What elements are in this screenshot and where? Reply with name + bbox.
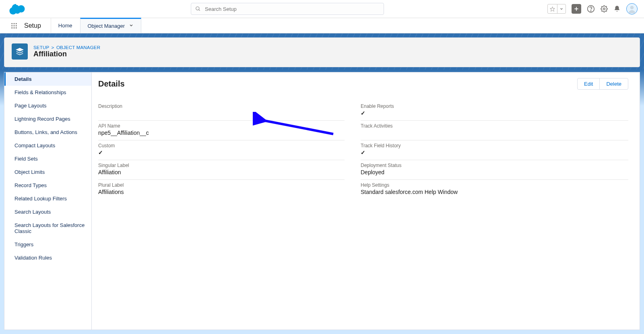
- sidebar-item-buttons-links[interactable]: Buttons, Links, and Actions: [4, 126, 91, 139]
- sidebar-item-details[interactable]: Details: [4, 72, 91, 86]
- avatar-icon: [627, 4, 637, 14]
- field-value: Affiliation: [98, 169, 345, 176]
- bell-icon: [613, 5, 621, 12]
- svg-point-18: [16, 27, 17, 28]
- object-icon: [12, 43, 28, 60]
- field-label: Description: [98, 103, 345, 109]
- salesforce-logo-icon: [8, 2, 27, 15]
- sidebar-item-validation-rules[interactable]: Validation Rules: [4, 251, 91, 264]
- header-utilities: [547, 3, 638, 14]
- sidebar-item-field-sets[interactable]: Field Sets: [4, 152, 91, 165]
- field-label: API Name: [98, 123, 345, 129]
- search-icon: [195, 6, 201, 12]
- gear-icon: [601, 5, 608, 12]
- field-singular-label: Singular Label Affiliation: [98, 160, 345, 179]
- sidebar-item-page-layouts[interactable]: Page Layouts: [4, 99, 91, 112]
- tab-label: Object Manager: [88, 23, 125, 29]
- page-header: SETUP > OBJECT MANAGER Affiliation: [4, 37, 640, 67]
- detail-panel: Details Edit Delete Description API Name…: [91, 72, 640, 330]
- avatar[interactable]: [626, 3, 638, 14]
- field-value: [98, 110, 345, 117]
- action-buttons: Edit Delete: [577, 78, 628, 90]
- field-label: Enable Reports: [361, 103, 628, 109]
- field-value: ✓: [98, 149, 345, 157]
- field-value: Standard salesforce.com Help Window: [361, 189, 628, 196]
- field-value: Deployed: [361, 169, 628, 176]
- sidebar-item-triggers[interactable]: Triggers: [4, 238, 91, 251]
- context-bar: Setup Home Object Manager: [0, 18, 644, 33]
- detail-right-column: Enable Reports ✓ Track Activities Track …: [361, 101, 628, 199]
- sidebar-item-compact-layouts[interactable]: Compact Layouts: [4, 139, 91, 152]
- field-custom: Custom ✓: [98, 140, 345, 160]
- chevron-down-icon: [129, 23, 134, 29]
- field-description: Description: [98, 101, 345, 120]
- svg-line-1: [199, 10, 200, 11]
- field-label: Plural Label: [98, 182, 345, 188]
- breadcrumb-setup[interactable]: SETUP: [33, 45, 49, 50]
- field-label: Custom: [98, 143, 345, 148]
- breadcrumb-separator: >: [51, 45, 55, 50]
- field-track-field-history: Track Field History ✓: [361, 140, 628, 160]
- svg-point-13: [11, 25, 12, 26]
- svg-point-7: [603, 8, 605, 10]
- chevron-down-icon: [557, 4, 566, 13]
- svg-point-14: [14, 25, 15, 26]
- plus-icon: [574, 6, 579, 12]
- favorites-button[interactable]: [547, 4, 566, 14]
- field-label: Singular Label: [98, 163, 345, 168]
- svg-point-16: [11, 27, 12, 28]
- tab-object-manager[interactable]: Object Manager: [80, 18, 142, 33]
- sidebar-item-object-limits[interactable]: Object Limits: [4, 165, 91, 179]
- waffle-icon: [10, 22, 18, 29]
- svg-point-12: [16, 23, 17, 24]
- global-actions-button[interactable]: [572, 4, 581, 14]
- breadcrumb: SETUP > OBJECT MANAGER: [33, 45, 100, 50]
- detail-left-column: Description API Name npe5__Affiliation__…: [98, 101, 345, 199]
- search-input[interactable]: [191, 3, 384, 15]
- field-help-settings: Help Settings Standard salesforce.com He…: [361, 179, 628, 199]
- edit-button[interactable]: Edit: [577, 78, 600, 90]
- field-label: Track Field History: [361, 143, 628, 148]
- help-button[interactable]: [587, 5, 595, 13]
- delete-button[interactable]: Delete: [599, 78, 628, 90]
- field-value: ✓: [361, 110, 628, 117]
- sidebar-item-lookup-filters[interactable]: Related Lookup Filters: [4, 192, 91, 205]
- layers-icon: [15, 47, 24, 56]
- field-value: Affiliations: [98, 189, 345, 196]
- field-value: [361, 130, 628, 137]
- page-title: Affiliation: [33, 50, 100, 58]
- field-label: Deployment Status: [361, 163, 628, 168]
- field-value: ✓: [361, 149, 628, 157]
- svg-marker-2: [550, 7, 555, 11]
- search-input-field[interactable]: [205, 6, 380, 12]
- sidebar-item-lightning-pages[interactable]: Lightning Record Pages: [4, 112, 91, 126]
- tab-home[interactable]: Home: [51, 18, 80, 33]
- help-icon: [587, 5, 595, 13]
- sidebar-item-search-layouts-classic[interactable]: Search Layouts for Salesforce Classic: [4, 219, 91, 238]
- field-enable-reports: Enable Reports ✓: [361, 101, 628, 120]
- body: Details Fields & Relationships Page Layo…: [0, 70, 644, 334]
- svg-point-6: [590, 10, 591, 11]
- app-launcher-button[interactable]: [6, 18, 22, 33]
- field-label: Help Settings: [361, 182, 628, 188]
- setup-gear-button[interactable]: [601, 5, 608, 12]
- sidebar-item-fields[interactable]: Fields & Relationships: [4, 86, 91, 99]
- detail-heading: Details: [98, 79, 125, 89]
- svg-point-15: [16, 25, 17, 26]
- field-deployment-status: Deployment Status Deployed: [361, 160, 628, 179]
- sidebar-item-record-types[interactable]: Record Types: [4, 179, 91, 192]
- app-title: Setup: [22, 18, 51, 33]
- field-value: npe5__Affiliation__c: [98, 130, 345, 137]
- field-plural-label: Plural Label Affiliations: [98, 179, 345, 199]
- global-header: [0, 0, 644, 18]
- sidebar-item-search-layouts[interactable]: Search Layouts: [4, 205, 91, 219]
- svg-point-9: [630, 6, 634, 9]
- star-icon: [548, 4, 557, 13]
- svg-point-10: [11, 23, 12, 24]
- field-api-name: API Name npe5__Affiliation__c: [98, 120, 345, 140]
- brand-band: SETUP > OBJECT MANAGER Affiliation: [0, 33, 644, 70]
- breadcrumb-object-manager[interactable]: OBJECT MANAGER: [56, 45, 100, 50]
- svg-point-17: [14, 27, 15, 28]
- object-sidebar: Details Fields & Relationships Page Layo…: [4, 72, 91, 330]
- notifications-button[interactable]: [613, 5, 621, 12]
